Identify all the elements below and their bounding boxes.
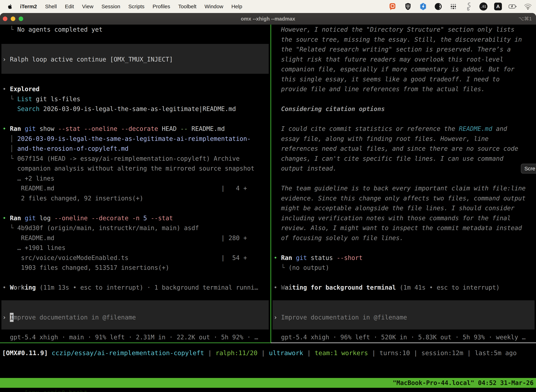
crescent-icon[interactable] [434, 2, 442, 11]
menu-item-session[interactable]: Session [101, 4, 120, 9]
terminal-line: └ 4b9d30f (origin/main, instructkr/main,… [2, 223, 270, 233]
terminal-line: The team guideline is to back every impo… [274, 183, 536, 193]
window-title: omx --xhigh --madmax [0, 13, 536, 25]
terminal-line [274, 303, 536, 313]
menu-bar: iTerm2 Shell Edit View Session Scripts P… [0, 0, 536, 13]
terminal-line: the "Related research writing" section i… [274, 44, 536, 54]
pane-bottom-border-inactive [271, 342, 536, 343]
terminal-line [2, 44, 270, 54]
terminal-line: including verification notes with those … [274, 213, 536, 223]
terminal-line: README.md | 280 + [2, 233, 270, 243]
terminal-line: └ List git ls-files [2, 94, 270, 104]
terminal-line: gpt-5.4 xhigh · main · 91% left · 2.31M … [2, 332, 270, 342]
terminal-line [274, 293, 536, 303]
terminal-line: └ No agents completed yet [2, 25, 270, 35]
terminal-line: › Improve documentation in @filename [2, 313, 270, 322]
terminal-line [274, 114, 536, 124]
terminal-window: omx --xhigh --madmax ⌥⌘1 └ No agents com… [0, 13, 536, 392]
terminal-line: provide file and line references from th… [274, 84, 536, 94]
terminal-line: companion analysis without altering the … [2, 163, 270, 173]
tmux-pane-right[interactable]: However, I noticed the "Directory Struct… [271, 25, 536, 342]
terminal-line [2, 114, 270, 124]
apple-logo-glyph [7, 3, 12, 10]
menu-item-view[interactable]: View [82, 4, 93, 9]
omx-status-bar: [OMX#0.11.9] cczip/essay/ai-reimplementa… [0, 348, 536, 358]
badge-61-icon[interactable]: ..61 [479, 2, 488, 10]
squiggle-icon[interactable] [464, 2, 473, 11]
terminal-line: • Ran git log --oneline --decorate -n 5 … [2, 213, 270, 223]
terminal-line: 1903 files changed, 513517 insertions(+) [2, 263, 270, 273]
terminal-line: [OMX#0.11.9] cczip/essay/ai-reimplementa… [2, 348, 536, 358]
terminal-line: › Ralph loop active continue [OMX_TMUX_I… [2, 54, 270, 65]
terminal-line: │ and-the-erosion-of-copyleft.md [2, 144, 270, 154]
gem-bolt-icon[interactable] [419, 2, 427, 11]
wifi-icon[interactable] [524, 2, 532, 11]
terminal-line: review. Also, I might want to inspect th… [274, 223, 536, 233]
terminal-line [2, 74, 270, 84]
terminal-line [274, 173, 536, 183]
window-shortcut-badge: ⌥⌘1 [518, 13, 532, 25]
menu-item-iterm2[interactable]: iTerm2 [20, 4, 37, 9]
tmux-pane-left[interactable]: └ No agents completed yet› Ralph loop ac… [0, 25, 270, 342]
terminal-line [274, 273, 536, 283]
a-square-icon[interactable]: A [494, 3, 502, 10]
menu-item-window[interactable]: Window [205, 4, 223, 9]
terminal-line: • Explored [2, 84, 270, 94]
terminal-line [274, 243, 536, 253]
terminal-line: 2 files changed, 92 insertions(+) [2, 193, 270, 203]
terminal-line: changes, I can't cite specific file line… [274, 154, 536, 164]
menu-status-icons: ..61 A [389, 2, 532, 11]
terminal-line: README.md | 4 + [2, 183, 270, 193]
battery-charging-icon[interactable] [509, 2, 517, 11]
terminal-line [2, 322, 270, 332]
terminal-line: … +2 lines [2, 173, 270, 183]
terminal-line: However, I noticed the "Directory Struct… [274, 25, 536, 35]
terminal-line [2, 303, 270, 313]
apple-menu-icon[interactable] [7, 3, 13, 10]
window-title-bar[interactable]: omx --xhigh --madmax ⌥⌘1 [0, 13, 536, 25]
terminal-line: output instead. [274, 163, 536, 173]
terminal-line: companion file, especially if more comme… [274, 64, 536, 74]
pane-bottom-border-active [0, 342, 271, 343]
terminal-line: references need actual files, and since … [274, 144, 536, 154]
terminal-line: • Waiting for background terminal (1m 41… [274, 283, 536, 293]
terminal-line: Considering citation options [274, 104, 536, 114]
desktop: iTerm2 Shell Edit View Session Scripts P… [0, 0, 536, 392]
terminal-line: this single essay, it seems like a good … [274, 74, 536, 84]
terminal-line: src/voice/voiceModeEnabled.ts | 54 + [2, 253, 270, 263]
menu-item-toolbelt[interactable]: Toolbelt [178, 4, 196, 9]
terminal-line: … +1901 lines [2, 243, 270, 253]
terminal-line [274, 94, 536, 104]
menu-item-scripts[interactable]: Scripts [128, 4, 144, 9]
terminal-line [2, 273, 270, 283]
tmux-session-window-label[interactable]: [omx-cczip0:bash* [24, 389, 87, 392]
terminal-line [2, 64, 270, 74]
terminal-line: └ (no output) [274, 263, 536, 273]
terminal-line: › Improve documentation in @filename [274, 313, 536, 322]
terminal-line: essay file, along with finding root file… [274, 134, 536, 144]
menu-item-profiles[interactable]: Profiles [153, 4, 170, 9]
terminal-line [2, 293, 270, 303]
terminal-line: └ 067f154 (HEAD -> essay/ai-reimplementa… [2, 154, 270, 164]
menu-item-edit[interactable]: Edit [65, 4, 74, 9]
terminal-output-left: └ No agents completed yet› Ralph loop ac… [0, 25, 270, 342]
menu-item-shell[interactable]: Shell [45, 4, 57, 9]
shield-grid-icon[interactable] [404, 2, 412, 11]
terminal-line [2, 203, 270, 213]
terminal-line: slight risk that future readers may over… [274, 54, 536, 65]
menu-item-help[interactable]: Help [231, 4, 242, 9]
terminal-line: │ 2026-03-09-is-legal-the-same-as-legiti… [2, 134, 270, 144]
tmux-host-clock: "MacBook-Pro-44.local" 04:52 31-Mar-26 [393, 378, 534, 388]
terminal-line: evidence. Since this change only affects… [274, 193, 536, 203]
terminal-line: Search 2026-03-09-is-legal-the-same-as-l… [2, 104, 270, 114]
terminal-line: • Working (11m 13s • esc to interrupt) ·… [2, 283, 270, 293]
terminal-line: I could cite commit statistics or refere… [274, 124, 536, 134]
terminal-line: • Ran git status --short [274, 253, 536, 263]
terminal-output-right: However, I noticed the "Directory Struct… [271, 25, 536, 342]
terminal-line: gpt-5.4 xhigh · 96% left · 520K in · 5.8… [274, 332, 536, 342]
tmux-status-bar: [omx-cczip0:bash* "MacBook-Pro-44.local"… [0, 378, 536, 388]
menu-items: iTerm2 Shell Edit View Session Scripts P… [20, 4, 242, 9]
terminal-line: the source tree, missing the essay. Stil… [274, 35, 536, 45]
messages-icon[interactable] [389, 2, 397, 11]
dots-grid-icon[interactable] [449, 2, 458, 11]
